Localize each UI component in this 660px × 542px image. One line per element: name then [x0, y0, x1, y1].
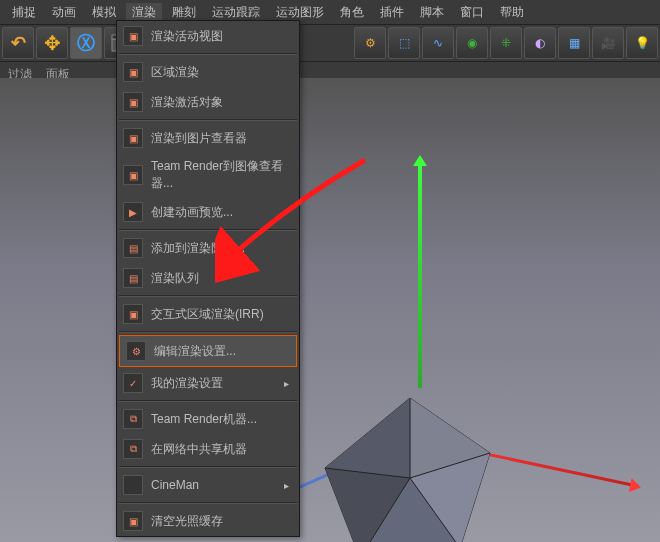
array-primitive[interactable]: ⁜: [490, 27, 522, 59]
spline-primitive[interactable]: ∿: [422, 27, 454, 59]
menu-雕刻[interactable]: 雕刻: [166, 3, 202, 22]
menu-item-label: 区域渲染: [151, 64, 199, 81]
menu-item-7[interactable]: ▶创建动画预览...: [117, 197, 299, 227]
menu-separator: [119, 466, 297, 468]
menu-item-14[interactable]: ⚙编辑渲染设置...: [119, 335, 297, 367]
menu-item-label: 渲染到图片查看器: [151, 130, 247, 147]
menu-item-18[interactable]: ⧉在网络中共享机器: [117, 434, 299, 464]
menu-角色[interactable]: 角色: [334, 3, 370, 22]
menu-运动图形[interactable]: 运动图形: [270, 3, 330, 22]
menu-渲染[interactable]: 渲染: [126, 3, 162, 22]
cube-primitive[interactable]: ⬚: [388, 27, 420, 59]
menu-item-icon: ▣: [123, 128, 143, 148]
menu-插件[interactable]: 插件: [374, 3, 410, 22]
menu-item-label: 渲染队列: [151, 270, 199, 287]
menu-item-icon: [123, 475, 143, 495]
menu-item-label: 渲染激活对象: [151, 94, 223, 111]
menu-item-20[interactable]: CineMan▸: [117, 470, 299, 500]
menu-item-label: 清空光照缓存: [151, 513, 223, 530]
menu-窗口[interactable]: 窗口: [454, 3, 490, 22]
move-tool[interactable]: ✥: [36, 27, 68, 59]
camera-icon: 🎥: [601, 36, 616, 50]
menu-item-icon: ▣: [123, 165, 143, 185]
viewport-3d[interactable]: [0, 78, 660, 542]
axis-y: [418, 158, 422, 388]
svg-marker-4: [325, 398, 410, 478]
menu-item-12[interactable]: ▣交互式区域渲染(IRR): [117, 299, 299, 329]
gear-icon: ⚙: [365, 36, 376, 50]
menu-item-label: 我的渲染设置: [151, 375, 223, 392]
menu-模拟[interactable]: 模拟: [86, 3, 122, 22]
menu-捕捉[interactable]: 捕捉: [6, 3, 42, 22]
menu-运动跟踪[interactable]: 运动跟踪: [206, 3, 266, 22]
menu-item-label: Team Render机器...: [151, 411, 257, 428]
menu-item-10[interactable]: ▤渲染队列: [117, 263, 299, 293]
menu-item-label: CineMan: [151, 478, 199, 492]
menu-item-label: 添加到渲染队列...: [151, 240, 245, 257]
menu-item-label: 创建动画预览...: [151, 204, 233, 221]
generator-icon: ◉: [467, 36, 477, 50]
x-tool[interactable]: Ⓧ: [70, 27, 102, 59]
main-menubar: 捕捉动画模拟渲染雕刻运动跟踪运动图形角色插件脚本窗口帮助: [0, 0, 660, 24]
spline-icon: ∿: [433, 36, 443, 50]
floor-icon: ▦: [569, 36, 580, 50]
menu-item-17[interactable]: ⧉Team Render机器...: [117, 404, 299, 434]
array-icon: ⁜: [501, 36, 511, 50]
menu-item-label: 交互式区域渲染(IRR): [151, 306, 264, 323]
menu-item-6[interactable]: ▣Team Render到图像查看器...: [117, 153, 299, 197]
generator-primitive[interactable]: ◉: [456, 27, 488, 59]
menu-item-2[interactable]: ▣区域渲染: [117, 57, 299, 87]
menu-item-icon: ▤: [123, 238, 143, 258]
menu-item-label: 编辑渲染设置...: [154, 343, 236, 360]
submenu-arrow-icon: ▸: [284, 378, 289, 389]
undo-button[interactable]: ↶: [2, 27, 34, 59]
submenu-arrow-icon: ▸: [284, 480, 289, 491]
cube-icon: ⬚: [399, 36, 410, 50]
menu-item-icon: ▶: [123, 202, 143, 222]
deformer-icon: ◐: [535, 36, 545, 50]
camera-primitive[interactable]: 🎥: [592, 27, 624, 59]
main-toolbar: ↶ ✥ Ⓧ ⚙ ⬚ ∿ ◉ ⁜ ◐ ▦ 🎥 💡: [0, 24, 660, 62]
menu-separator: [119, 400, 297, 402]
menu-item-9[interactable]: ▤添加到渲染队列...: [117, 233, 299, 263]
menu-item-label: 渲染活动视图: [151, 28, 223, 45]
menu-item-icon: ▣: [123, 92, 143, 112]
menu-item-label: Team Render到图像查看器...: [151, 158, 289, 192]
menu-item-label: 在网络中共享机器: [151, 441, 247, 458]
render-menu-dropdown: ▣渲染活动视图▣区域渲染▣渲染激活对象▣渲染到图片查看器▣Team Render…: [116, 20, 300, 537]
menu-separator: [119, 331, 297, 333]
menu-separator: [119, 53, 297, 55]
menu-item-icon: ▣: [123, 62, 143, 82]
light-primitive[interactable]: 💡: [626, 27, 658, 59]
menu-item-icon: ⚙: [126, 341, 146, 361]
menu-item-icon: ⧉: [123, 409, 143, 429]
menu-item-icon: ▣: [123, 511, 143, 531]
menu-item-icon: ⧉: [123, 439, 143, 459]
menu-separator: [119, 502, 297, 504]
icosahedron-mesh[interactable]: [310, 398, 510, 542]
menu-item-22[interactable]: ▣清空光照缓存: [117, 506, 299, 536]
menu-动画[interactable]: 动画: [46, 3, 82, 22]
menu-item-0[interactable]: ▣渲染活动视图: [117, 21, 299, 51]
menu-item-icon: ▣: [123, 304, 143, 324]
menu-脚本[interactable]: 脚本: [414, 3, 450, 22]
deformer-primitive[interactable]: ◐: [524, 27, 556, 59]
menu-separator: [119, 229, 297, 231]
environment-primitive[interactable]: ▦: [558, 27, 590, 59]
menu-item-icon: ✓: [123, 373, 143, 393]
light-icon: 💡: [635, 36, 650, 50]
display-menu[interactable]: ⚙: [354, 27, 386, 59]
menu-帮助[interactable]: 帮助: [494, 3, 530, 22]
menu-item-icon: ▤: [123, 268, 143, 288]
menu-separator: [119, 295, 297, 297]
menu-item-3[interactable]: ▣渲染激活对象: [117, 87, 299, 117]
menu-item-5[interactable]: ▣渲染到图片查看器: [117, 123, 299, 153]
menu-item-icon: ▣: [123, 26, 143, 46]
menu-item-15[interactable]: ✓我的渲染设置▸: [117, 368, 299, 398]
menu-separator: [119, 119, 297, 121]
